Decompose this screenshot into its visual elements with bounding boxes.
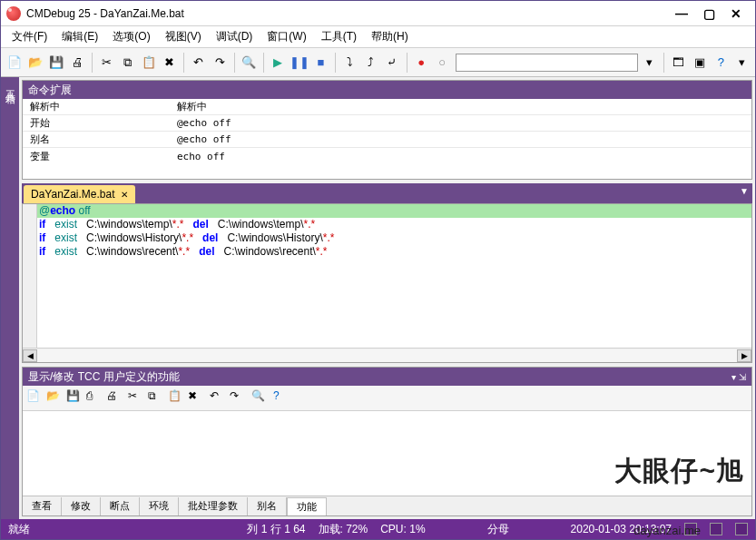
close-tab-icon[interactable]: ✕	[121, 190, 128, 200]
menu-options[interactable]: 选项(O)	[105, 26, 157, 47]
print-icon[interactable]: 🖨	[106, 389, 124, 407]
open-icon[interactable]: 📂	[46, 389, 64, 407]
tab-view[interactable]: 查看	[23, 497, 62, 515]
save-icon[interactable]: 💾	[46, 53, 65, 73]
code-area[interactable]: @echo offif exist C:\windows\temp\*.* de…	[37, 204, 751, 348]
horizontal-scrollbar[interactable]: ◀ ▶	[23, 348, 751, 362]
step-over-icon[interactable]: ⤴	[361, 53, 380, 73]
cut-icon[interactable]: ✂	[97, 53, 116, 73]
functions-body[interactable]: 大眼仔~旭	[23, 411, 751, 496]
status-mins: 分母	[487, 522, 509, 537]
minimize-button[interactable]: —	[668, 5, 695, 23]
window-icon[interactable]: 🗔	[669, 53, 688, 73]
undo-icon[interactable]: ↶	[210, 389, 228, 407]
paste-icon[interactable]: 📋	[139, 53, 158, 73]
print-icon[interactable]: 🖨	[68, 53, 87, 73]
tab-alias[interactable]: 别名	[248, 497, 287, 515]
save-icon[interactable]: 💾	[66, 389, 84, 407]
editor-gutter[interactable]	[23, 204, 37, 348]
maximize-button[interactable]: ▢	[695, 5, 722, 23]
code-editor: @echo offif exist C:\windows\temp\*.* de…	[22, 203, 752, 363]
stop-icon[interactable]: ■	[311, 53, 330, 73]
cmd-key: 解析中	[23, 100, 177, 113]
tab-modify[interactable]: 修改	[62, 497, 101, 515]
run-icon[interactable]: ▶	[269, 53, 288, 73]
separator	[263, 53, 264, 73]
record-icon[interactable]: ●	[411, 53, 430, 73]
menu-view[interactable]: 视图(V)	[158, 26, 209, 47]
menu-window[interactable]: 窗口(W)	[260, 26, 313, 47]
step-out-icon[interactable]: ⤶	[382, 53, 401, 73]
menu-debug[interactable]: 调试(D)	[209, 26, 260, 47]
status-load: 加载: 72%	[319, 522, 368, 537]
scroll-track[interactable]	[37, 349, 737, 362]
pause-icon[interactable]: ❚❚	[290, 53, 309, 73]
new-icon[interactable]: 📄	[26, 389, 44, 407]
tab-environment[interactable]: 环境	[140, 497, 179, 515]
bottom-tabs: 查看 修改 断点 环境 批处理参数 别名 功能	[23, 496, 751, 515]
cmd-key: 变量	[23, 150, 177, 163]
tab-dropdown-icon[interactable]: ▼	[740, 186, 749, 196]
status-ready: 就绪	[8, 522, 30, 537]
step-into-icon[interactable]: ⤵	[340, 53, 359, 73]
status-cpu: CPU: 1%	[380, 523, 425, 535]
functions-toolbar: 📄 📂 💾 ⎙ 🖨 ✂ ⧉ 📋 ✖ ↶ ↷ 🔍 ?	[23, 386, 751, 411]
redo-icon[interactable]: ↷	[210, 53, 229, 73]
functions-header: 显示/修改 TCC 用户定义的功能 ▾ ⇲	[23, 368, 751, 386]
redo-icon[interactable]: ↷	[230, 389, 248, 407]
dropdown-icon[interactable]: ▾	[640, 53, 659, 73]
help-icon[interactable]: ?	[273, 389, 291, 407]
statusbar: 就绪 列 1 行 1 64 加载: 72% CPU: 1% 分母 2020-01…	[1, 519, 755, 539]
content-area: 命令扩展 解析中 解析中 开始 @echo off 别名 @echo off 变…	[19, 77, 755, 519]
tab-functions[interactable]: 功能	[287, 497, 327, 515]
new-file-icon[interactable]: 📄	[5, 53, 24, 73]
menubar: 文件(F) 编辑(E) 选项(O) 视图(V) 调试(D) 窗口(W) 工具(T…	[1, 26, 755, 48]
console-icon[interactable]: ▣	[690, 53, 709, 73]
menu-help[interactable]: 帮助(H)	[364, 26, 416, 47]
toolbox-sidebar-tab[interactable]: 工具箱	[1, 77, 19, 519]
watermark-text: 大眼仔~旭	[614, 453, 744, 490]
functions-panel: 显示/修改 TCC 用户定义的功能 ▾ ⇲ 📄 📂 💾 ⎙ 🖨 ✂ ⧉ 📋 ✖ …	[22, 367, 752, 516]
watermark-url: dayanzai.me	[633, 524, 701, 537]
file-tab-label: DaYanZai.Me.bat	[31, 188, 115, 201]
delete-icon[interactable]: ✖	[188, 389, 206, 407]
breakpoint-icon[interactable]: ○	[433, 53, 452, 73]
separator	[234, 53, 235, 73]
pin-icon[interactable]: ▾ ⇲	[731, 369, 746, 384]
scroll-left-icon[interactable]: ◀	[23, 349, 37, 362]
delete-icon[interactable]: ✖	[160, 53, 179, 73]
menu-file[interactable]: 文件(F)	[5, 26, 54, 47]
cut-icon[interactable]: ✂	[128, 389, 146, 407]
find-icon[interactable]: 🔍	[251, 389, 270, 407]
tab-batch-params[interactable]: 批处理参数	[179, 497, 248, 515]
main-toolbar: 📄 📂 💾 🖨 ✂ ⧉ 📋 ✖ ↶ ↷ 🔍 ▶ ❚❚ ■ ⤵ ⤴ ⤶ ● ○ ▾…	[1, 48, 755, 77]
status-position: 列 1 行 1 64	[247, 522, 305, 537]
open-folder-icon[interactable]: 📂	[25, 53, 44, 73]
cmd-key: 别名	[23, 133, 177, 146]
file-tab-bar: DaYanZai.Me.bat ✕ ▼	[22, 183, 752, 203]
code-line[interactable]: if exist C:\windows\temp\*.* del C:\wind…	[37, 218, 751, 231]
undo-icon[interactable]: ↶	[189, 53, 208, 73]
table-row: 别名 @echo off	[23, 132, 751, 148]
paste-icon[interactable]: 📋	[168, 389, 186, 407]
separator	[183, 53, 184, 73]
file-tab-active[interactable]: DaYanZai.Me.bat ✕	[24, 185, 135, 203]
tab-breakpoints[interactable]: 断点	[101, 497, 140, 515]
cmd-value: 解析中	[177, 100, 751, 113]
code-line[interactable]: if exist C:\windows\History\*.* del C:\w…	[37, 231, 751, 245]
menu-edit[interactable]: 编辑(E)	[54, 26, 105, 47]
cmd-value: @echo off	[177, 133, 751, 145]
help-icon[interactable]: ?	[712, 53, 731, 73]
copy-icon[interactable]: ⧉	[148, 389, 166, 407]
more-icon[interactable]: ▾	[732, 53, 751, 73]
menu-tools[interactable]: 工具(T)	[314, 26, 364, 47]
command-combo[interactable]	[456, 54, 638, 72]
code-line[interactable]: if exist C:\windows\recent\*.* del C:\wi…	[37, 245, 751, 259]
code-line[interactable]: @echo off	[37, 204, 751, 218]
command-table: 解析中 解析中 开始 @echo off 别名 @echo off 变量 ech…	[23, 99, 751, 164]
find-icon[interactable]: 🔍	[240, 53, 259, 73]
copy-icon[interactable]: ⧉	[118, 53, 137, 73]
scroll-right-icon[interactable]: ▶	[737, 349, 751, 362]
close-button[interactable]: ✕	[722, 5, 750, 23]
saveall-icon[interactable]: ⎙	[86, 389, 104, 407]
